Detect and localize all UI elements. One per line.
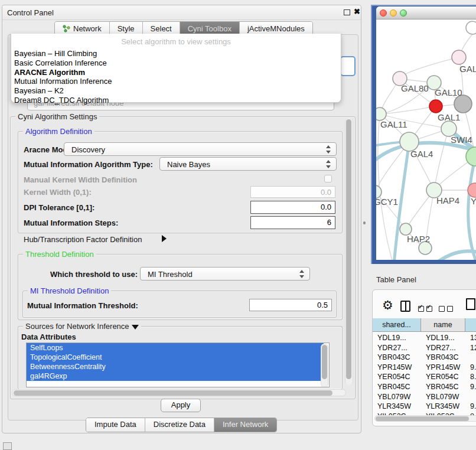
network-node[interactable]: [454, 95, 472, 113]
table-cell[interactable]: YPR145W: [373, 363, 421, 373]
tab-impute-data[interactable]: Impute Data: [86, 418, 145, 432]
table-cell[interactable]: YDR27...: [373, 343, 421, 353]
table-cell[interactable]: 8.: [465, 372, 476, 382]
apply-button[interactable]: Apply: [161, 399, 201, 412]
tab-jactivemnodules[interactable]: jActiveMNodules: [240, 22, 312, 35]
table-cell[interactable]: 13: [465, 333, 476, 343]
network-edge[interactable]: [434, 129, 449, 190]
network-view-window[interactable]: GALGAL80GAL10GAL1GAL11SWI4GAL4GCY1HAP4YH…: [376, 6, 476, 260]
attributes-vscrollbar[interactable]: [321, 344, 328, 387]
gear-icon[interactable]: ⚙: [382, 299, 393, 311]
kernel-width-field[interactable]: 0.0: [250, 186, 335, 198]
mi-type-label: Mutual Information Algorithm Type:: [24, 160, 153, 169]
panel-divider-handle[interactable]: [363, 221, 366, 224]
settings-hscrollbar[interactable]: [12, 389, 346, 396]
aracne-mode-combobox[interactable]: Discovery: [64, 142, 337, 156]
table-cell[interactable]: 9.: [465, 363, 476, 373]
algorithm-option[interactable]: Bayesian – Hill Climbing: [11, 49, 341, 58]
network-window-titlebar[interactable]: [376, 6, 476, 19]
table-column-header[interactable]: name: [421, 318, 465, 332]
split-columns-icon[interactable]: [400, 301, 410, 312]
table-cell[interactable]: [465, 392, 476, 402]
network-edge[interactable]: [406, 57, 459, 74]
dpi-tolerance-field[interactable]: 0.0: [250, 201, 335, 214]
algorithm-option[interactable]: Bayesian – K2: [11, 86, 341, 96]
attribute-list-item[interactable]: BetweennessCentrality: [27, 362, 324, 371]
attribute-list-item[interactable]: SelfLoops: [27, 343, 324, 353]
table-cell[interactable]: YLR345W: [373, 402, 421, 412]
tab-infer-network[interactable]: Infer Network: [214, 418, 276, 432]
algorithm-option[interactable]: Dream8 DC_TDC Algorithm: [11, 96, 341, 105]
network-edge-highlighted[interactable]: [468, 156, 476, 260]
attribute-list-item[interactable]: TopologicalCoefficient: [27, 353, 324, 362]
table-cell[interactable]: YLR345W: [421, 402, 465, 412]
table-cell[interactable]: YBR043C: [421, 353, 465, 363]
table-cell[interactable]: YER054C: [421, 372, 465, 382]
table-column-header[interactable]: A: [465, 318, 476, 332]
table-cell[interactable]: [465, 353, 476, 363]
algorithm-option[interactable]: Mutual Information Inference: [11, 77, 341, 86]
close-icon[interactable]: ✖: [354, 7, 360, 16]
table-cell[interactable]: YBR045C: [421, 382, 465, 392]
table-cell[interactable]: YDR27...: [421, 343, 465, 353]
table-cell[interactable]: YPR145W: [421, 363, 465, 373]
network-node[interactable]: [466, 21, 476, 34]
settings-vscrollbar[interactable]: [345, 118, 353, 385]
network-node[interactable]: [429, 100, 442, 113]
table-cell[interactable]: YBR045C: [373, 382, 421, 392]
algorithm-combobox-fragment[interactable]: [340, 56, 356, 76]
mi-threshold-field[interactable]: 0.5: [249, 299, 332, 311]
document-icon[interactable]: [466, 298, 475, 310]
network-node-label: GAL11: [380, 119, 407, 129]
algorithm-option[interactable]: Basic Correlation Inference: [11, 58, 341, 68]
which-threshold-combobox[interactable]: MI Threshold: [140, 267, 310, 281]
attribute-list-item[interactable]: gal4RGexp: [27, 371, 324, 381]
network-node-label: GAL1: [438, 112, 460, 122]
zoom-traffic-light[interactable]: [400, 9, 407, 17]
table-cell[interactable]: 9.: [465, 402, 476, 412]
which-threshold-value: MI Threshold: [148, 269, 193, 278]
minimize-traffic-light[interactable]: [390, 9, 397, 17]
mi-type-combobox[interactable]: Naive Bayes: [159, 157, 337, 171]
network-edge-highlighted[interactable]: [434, 251, 476, 260]
tab-cyni-toolbox[interactable]: Cyni Toolbox: [180, 22, 240, 35]
table-cell[interactable]: 12: [465, 343, 476, 353]
mi-steps-field[interactable]: 6: [250, 216, 335, 229]
network-node[interactable]: [376, 107, 386, 120]
tab-style[interactable]: Style: [110, 22, 143, 35]
network-edge[interactable]: [380, 106, 436, 114]
expand-arrow-icon[interactable]: [162, 235, 167, 242]
close-traffic-light[interactable]: [380, 9, 387, 17]
tab-select[interactable]: Select: [143, 22, 180, 35]
table-hscrollbar[interactable]: [374, 415, 476, 422]
table-cell[interactable]: YER054C: [373, 372, 421, 382]
which-threshold-label: Which threshold to use:: [50, 270, 138, 279]
collapsed-panel-button[interactable]: [3, 442, 12, 450]
data-attributes-label: Data Attributes: [21, 332, 76, 341]
unchecked-columns-icon[interactable]: [439, 304, 455, 314]
data-attributes-list[interactable]: SelfLoopsTopologicalCoefficientBetweenne…: [26, 343, 330, 387]
tab-discretize-data[interactable]: Discretize Data: [145, 418, 214, 432]
mi-threshold-group-title: MI Threshold Definition: [28, 286, 111, 295]
table-cell[interactable]: YBR043C: [373, 353, 421, 363]
table-cell[interactable]: YDL19...: [373, 333, 421, 343]
algorithm-option[interactable]: ARACNE Algorithm: [11, 68, 341, 77]
tab-network[interactable]: Network: [55, 22, 110, 35]
network-node[interactable]: [452, 50, 466, 64]
network-node-label: SWI4: [451, 135, 472, 145]
network-edge[interactable]: [378, 114, 393, 260]
float-window-icon[interactable]: [344, 9, 350, 15]
network-canvas[interactable]: GALGAL80GAL10GAL1GAL11SWI4GAL4GCY1HAP4YH…: [376, 19, 476, 260]
manual-kernel-checkbox[interactable]: [324, 175, 332, 182]
network-icon: [63, 25, 70, 32]
table-cell[interactable]: 9.: [465, 382, 476, 392]
table-cell[interactable]: YBL079W: [373, 392, 421, 402]
table-cell[interactable]: YDL19...: [421, 333, 465, 343]
algorithm-definition-title: Algorithm Definition: [23, 127, 94, 136]
table-column-header[interactable]: shared...: [373, 318, 421, 332]
checked-columns-icon[interactable]: [418, 304, 435, 314]
collapse-arrow-icon[interactable]: [132, 325, 139, 330]
network-node[interactable]: [400, 223, 412, 235]
table-cell[interactable]: YBL079W: [421, 392, 465, 402]
app-root: Control Panel ✖ Network Style Select Cyn…: [0, 0, 476, 450]
